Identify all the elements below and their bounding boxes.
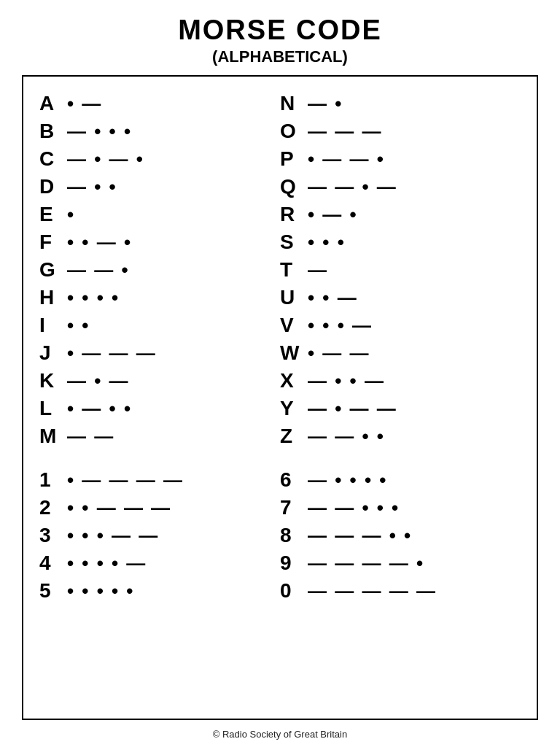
letter-row: T— [280, 256, 521, 284]
code-number: 2 [39, 496, 67, 519]
letters-section: A• —N— •B— • • •O— — —C— • — •P• — — •D—… [39, 90, 521, 450]
code-letter: M [39, 425, 67, 448]
code-number: 7 [280, 496, 308, 519]
letter-row: H• • • • [39, 284, 280, 311]
code-letter: S [280, 231, 308, 254]
code-letter: T [280, 258, 308, 282]
numbers-section: 1• — — — —6— • • • •2• • — — —7— — • • •… [39, 466, 521, 605]
code-symbol: — [308, 259, 328, 282]
code-symbol: — — • • • [308, 497, 400, 519]
letter-row: C— • — • [39, 145, 280, 173]
letter-row: J• — — — [39, 339, 280, 367]
letter-row: Y— • — — [280, 395, 521, 422]
code-letter: B [39, 120, 67, 143]
code-symbol: • • • • [67, 287, 120, 309]
code-symbol: • • • — [308, 314, 373, 337]
number-row: 6— • • • • [280, 466, 521, 494]
code-letter: A [39, 92, 67, 115]
code-number: 3 [39, 524, 67, 547]
code-symbol: • • • • — [67, 552, 147, 575]
code-symbol: • [67, 204, 75, 226]
code-letter: O [280, 120, 308, 143]
letter-row: S• • • [280, 228, 521, 256]
code-letter: C [39, 147, 67, 171]
code-letter: N [280, 92, 308, 115]
code-symbol: • — — — — [67, 469, 184, 492]
code-letter: P [280, 147, 308, 171]
code-symbol: • • — [308, 287, 358, 309]
code-symbol: — • • [67, 176, 117, 198]
code-symbol: • — — [308, 342, 370, 365]
code-letter: F [39, 231, 67, 254]
letter-row: K— • — [39, 367, 280, 395]
number-row: 0— — — — — [280, 577, 521, 605]
number-row: 9— — — — • [280, 549, 521, 577]
code-symbol: — • • — [308, 370, 385, 392]
letter-row: O— — — [280, 117, 521, 145]
code-symbol: • — — • [308, 148, 385, 171]
letter-row: M— — [39, 422, 280, 450]
page-title: MORSE CODE [178, 15, 382, 46]
code-letter: Q [280, 175, 308, 198]
letter-row: L• — • • [39, 395, 280, 422]
code-symbol: — — [67, 425, 114, 448]
letter-row: G— — • [39, 256, 280, 284]
number-row: 8— — — • • [280, 522, 521, 549]
code-letter: I [39, 314, 67, 337]
code-letter: H [39, 286, 67, 309]
code-symbol: • • • • • [67, 580, 134, 603]
code-symbol: — • — [67, 370, 130, 392]
code-number: 8 [280, 524, 308, 547]
code-letter: K [39, 369, 67, 392]
copyright-text: © Radio Society of Great Britain [213, 726, 347, 740]
letter-row: U• • — [280, 284, 521, 311]
letter-row: A• — [39, 90, 280, 117]
code-symbol: — — — • • [308, 525, 412, 547]
code-letter: U [280, 286, 308, 309]
letter-row: V• • • — [280, 311, 521, 339]
code-symbol: — — • — [308, 176, 397, 198]
letter-row: E• [39, 201, 280, 228]
letter-row: W• — — [280, 339, 521, 367]
letter-row: D— • • [39, 173, 280, 201]
number-row: 3• • • — — [39, 522, 280, 549]
code-number: 4 [39, 551, 67, 575]
code-symbol: — • [308, 93, 343, 115]
letter-row: N— • [280, 90, 521, 117]
letter-row: P• — — • [280, 145, 521, 173]
code-symbol: — — — — — [308, 580, 437, 603]
number-row: 4• • • • — [39, 549, 280, 577]
number-row: 7— — • • • [280, 494, 521, 522]
code-symbol: • • — — — [67, 497, 171, 519]
code-symbol: • — • • [67, 398, 132, 420]
code-symbol: • — [67, 93, 102, 115]
code-number: 5 [39, 579, 67, 603]
letter-row: I• • [39, 311, 280, 339]
letter-row: Q— — • — [280, 173, 521, 201]
code-symbol: — • • • • [308, 469, 387, 492]
letter-row: F• • — • [39, 228, 280, 256]
code-letter: L [39, 397, 67, 420]
letter-row: Z— — • • [280, 422, 521, 450]
code-symbol: — • • • [67, 120, 132, 143]
code-symbol: — — • [67, 259, 130, 282]
code-letter: Z [280, 425, 308, 448]
code-letter: R [280, 203, 308, 226]
code-symbol: — • — — [308, 398, 397, 420]
code-number: 6 [280, 468, 308, 492]
page-subtitle: (ALPHABETICAL) [212, 47, 348, 66]
letter-row: R• — • [280, 201, 521, 228]
code-symbol: — — — [308, 120, 382, 143]
code-letter: E [39, 203, 67, 226]
code-letter: W [280, 341, 308, 365]
code-number: 0 [280, 579, 308, 603]
code-symbol: • — — — [67, 342, 157, 365]
code-letter: D [39, 175, 67, 198]
code-number: 9 [280, 551, 308, 575]
code-symbol: — — • • [308, 425, 385, 448]
code-number: 1 [39, 468, 67, 492]
code-symbol: • • — • [67, 231, 132, 254]
code-symbol: — • — • [67, 148, 144, 171]
code-letter: X [280, 369, 308, 392]
letter-row: X— • • — [280, 367, 521, 395]
